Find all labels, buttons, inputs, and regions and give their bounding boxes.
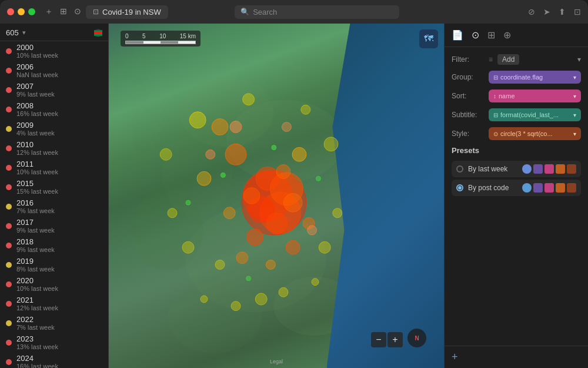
send-icon[interactable]: ➤ bbox=[543, 7, 550, 16]
panel-grid-icon[interactable]: ⊞ bbox=[487, 29, 495, 41]
list-item[interactable]: 2008 16% last week bbox=[0, 100, 108, 119]
item-subtitle: 7% last week bbox=[16, 207, 55, 214]
style-chevron-icon: ▾ bbox=[573, 131, 576, 137]
list-item-text: 2020 10% last week bbox=[16, 276, 58, 292]
tab-covid[interactable]: ⊡ Covid-19 in NSW bbox=[86, 5, 168, 19]
filter-icon-btn: ≡ bbox=[489, 55, 493, 64]
list-dot bbox=[6, 320, 12, 326]
list-item-text: 2016 7% last week bbox=[16, 198, 55, 214]
item-subtitle: 16% last week bbox=[16, 363, 58, 368]
scale-0: 0 bbox=[125, 33, 129, 39]
list-item[interactable]: 2019 8% last week bbox=[0, 255, 108, 274]
list-item[interactable]: 2009 4% last week bbox=[0, 119, 108, 138]
cancel-icon[interactable]: ⊘ bbox=[528, 7, 535, 16]
item-subtitle: 13% last week bbox=[16, 343, 58, 350]
sort-dropdown[interactable]: ↕ name ▾ bbox=[489, 89, 581, 102]
list-item[interactable]: 2011 10% last week bbox=[0, 158, 108, 177]
map-layer-button[interactable]: 🗺 bbox=[419, 29, 438, 48]
subtitle-pill-value: format(covid_last_... bbox=[500, 111, 559, 118]
list-item[interactable]: 2007 9% last week bbox=[0, 80, 108, 100]
sort-row: Sort: ↕ name ▾ bbox=[452, 89, 581, 102]
list-item[interactable]: 2024 16% last week bbox=[0, 352, 108, 368]
filter-row: Filter: ≡ Add ▾ bbox=[452, 54, 581, 65]
list-item[interactable]: 2000 10% last week bbox=[0, 41, 108, 61]
compass: N bbox=[407, 329, 426, 347]
item-year: 2021 bbox=[16, 296, 58, 304]
list-item[interactable]: 2018 9% last week bbox=[0, 236, 108, 255]
filter-lines-icon: ≡ bbox=[489, 55, 493, 64]
svg-point-5 bbox=[226, 100, 344, 183]
preset-color-dot bbox=[533, 183, 543, 193]
style-pill-icon: ⊙ bbox=[493, 131, 498, 137]
item-year: 2016 bbox=[16, 198, 55, 207]
list-dot bbox=[6, 48, 12, 54]
list-item-text: 2000 10% last week bbox=[16, 43, 58, 59]
style-pill-value: circle(3 * sqrt(co... bbox=[500, 130, 553, 137]
item-subtitle: 9% last week bbox=[16, 91, 55, 98]
preset-radio bbox=[456, 165, 463, 173]
preset-icons bbox=[522, 164, 576, 174]
close-button[interactable] bbox=[7, 8, 14, 15]
list-item[interactable]: 2022 7% last week bbox=[0, 313, 108, 333]
maximize-button[interactable] bbox=[28, 8, 35, 15]
list-item[interactable]: 2016 7% last week bbox=[0, 197, 108, 216]
search-bar[interactable]: 🔍 bbox=[235, 5, 399, 19]
item-subtitle: 10% last week bbox=[16, 52, 58, 59]
list-dot bbox=[6, 243, 12, 248]
wifi-icon[interactable]: ⊙ bbox=[74, 6, 81, 17]
item-year: 2015 bbox=[16, 179, 58, 188]
filter-chevron[interactable]: ▾ bbox=[577, 55, 581, 64]
sidebar-toggle-icon[interactable]: ⊡ bbox=[574, 7, 581, 16]
scale-labels: 0 5 10 15 km bbox=[125, 33, 196, 39]
list-dot bbox=[6, 262, 12, 268]
group-label: Group: bbox=[452, 73, 484, 81]
list-item-text: 2010 12% last week bbox=[16, 140, 58, 156]
list-item[interactable]: 2023 13% last week bbox=[0, 333, 108, 352]
preset-color-dot bbox=[522, 164, 532, 174]
sort-pill-value: name bbox=[499, 92, 515, 100]
style-dropdown[interactable]: ⊙ circle(3 * sqrt(co... ▾ bbox=[489, 127, 581, 140]
list-item[interactable]: 2021 12% last week bbox=[0, 294, 108, 313]
count-chevron[interactable]: ▾ bbox=[22, 29, 26, 37]
scale-15: 15 km bbox=[180, 33, 196, 39]
list-item[interactable]: 2017 9% last week bbox=[0, 216, 108, 236]
preset-color-dot bbox=[567, 164, 576, 174]
item-year: 2019 bbox=[16, 257, 55, 266]
new-tab-icon[interactable]: ＋ bbox=[45, 6, 53, 17]
panel-toolbar: 📄 ⊙ ⊞ ⊕ bbox=[445, 24, 588, 47]
list-item-text: 2011 10% last week bbox=[16, 160, 58, 175]
panel-wifi-icon[interactable]: ⊙ bbox=[472, 29, 479, 41]
share-icon[interactable]: ⬆ bbox=[559, 7, 566, 16]
list-dot bbox=[6, 340, 12, 346]
preset-color-dot bbox=[556, 164, 565, 174]
preset-row[interactable]: By post code bbox=[452, 180, 581, 196]
group-dropdown[interactable]: ⊟ coordinate.flag ▾ bbox=[489, 71, 581, 84]
preset-row[interactable]: By last week bbox=[452, 161, 581, 177]
right-panel: 📄 ⊙ ⊞ ⊕ Filter: ≡ Add ▾ Group: ⊟ bbox=[444, 24, 588, 368]
panel-doc-icon[interactable]: 📄 bbox=[452, 29, 463, 41]
preset-color-dot bbox=[544, 164, 554, 174]
list-item[interactable]: 2020 10% last week bbox=[0, 274, 108, 294]
list-item[interactable]: 2006 NaN last week bbox=[0, 61, 108, 80]
item-year: 2010 bbox=[16, 140, 58, 149]
minimize-button[interactable] bbox=[18, 8, 25, 15]
add-button[interactable]: + bbox=[445, 346, 588, 368]
panel-body: Filter: ≡ Add ▾ Group: ⊟ coordinate.flag… bbox=[445, 47, 588, 346]
svg-rect-2 bbox=[94, 32, 102, 34]
search-input[interactable] bbox=[253, 8, 393, 16]
list-dot bbox=[6, 281, 12, 287]
presets-title: Presets bbox=[452, 146, 581, 155]
list-item[interactable]: 2010 12% last week bbox=[0, 138, 108, 158]
zoom-minus-button[interactable]: − bbox=[371, 332, 386, 347]
map-container[interactable]: 0 5 10 15 km 🗺 N bbox=[109, 24, 444, 368]
subtitle-dropdown[interactable]: ⊟ format(covid_last_... ▾ bbox=[489, 108, 581, 121]
tabs-icon[interactable]: ⊞ bbox=[60, 6, 67, 17]
list-dot bbox=[6, 107, 12, 112]
panel-lock-icon[interactable]: ⊕ bbox=[503, 29, 511, 41]
add-filter-button[interactable]: Add bbox=[497, 54, 519, 65]
list-dot bbox=[6, 204, 12, 210]
group-pill-value: coordinate.flag bbox=[500, 74, 543, 81]
list-item[interactable]: 2015 15% last week bbox=[0, 177, 108, 197]
zoom-plus-button[interactable]: + bbox=[387, 332, 403, 347]
list-item-text: 2009 4% last week bbox=[16, 121, 55, 137]
